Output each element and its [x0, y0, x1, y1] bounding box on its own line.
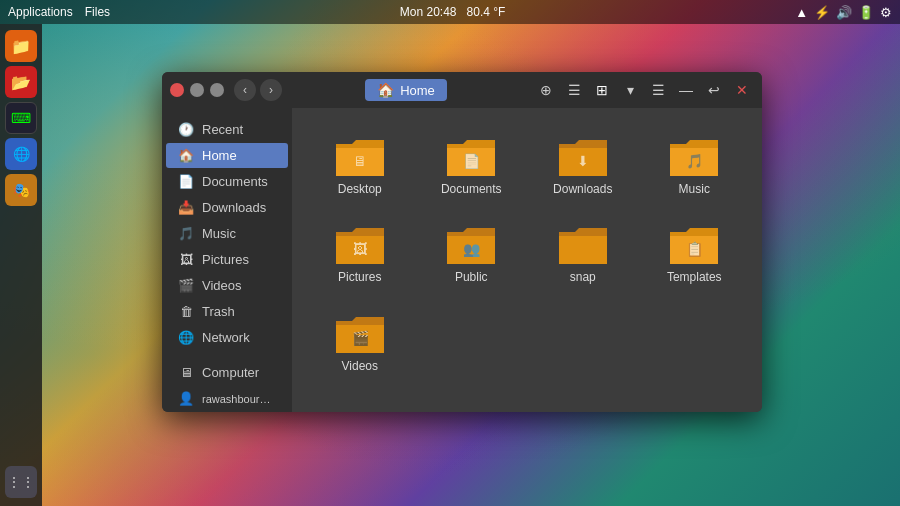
folder-videos[interactable]: 🎬 Videos [308, 301, 412, 381]
location-bar: 🏠 Home [288, 79, 524, 101]
location-pill[interactable]: 🏠 Home [365, 79, 447, 101]
svg-text:🎵: 🎵 [686, 153, 704, 170]
nav-arrows: ‹ › [234, 79, 282, 101]
files-dock-icon: 📁 [11, 37, 31, 56]
svg-text:🖼: 🖼 [353, 241, 367, 257]
sidebar-item-music[interactable]: 🎵 Music [166, 221, 288, 246]
downloads-folder-icon: ⬇ [557, 134, 609, 178]
topbar: Applications Files Mon 20:48 80.4 °F ▲ ⚡… [0, 0, 900, 24]
battery-icon[interactable]: 🔋 [858, 5, 874, 20]
window-close-button[interactable]: ✕ [730, 78, 754, 102]
folder-desktop[interactable]: 🖥 Desktop [308, 124, 412, 204]
sidebar-network-label: Network [202, 330, 250, 345]
sidebar-item-videos[interactable]: 🎬 Videos [166, 273, 288, 298]
sidebar-item-computer[interactable]: 🖥 Computer [166, 360, 288, 385]
dock-item-folder[interactable]: 📂 [5, 66, 37, 98]
recent-icon: 🕐 [178, 122, 194, 137]
terminal-dock-icon: ⌨ [11, 110, 31, 126]
maximize-button[interactable] [210, 83, 224, 97]
videos-folder-icon: 🎬 [334, 311, 386, 355]
menu-button[interactable]: ☰ [646, 78, 670, 102]
account-icon: 👤 [178, 391, 194, 406]
folder-templates[interactable]: 📋 Templates [643, 212, 747, 292]
videos-label: Videos [342, 359, 378, 373]
dock-item-app[interactable]: 🎭 [5, 174, 37, 206]
sidebar-computer-label: Computer [202, 365, 259, 380]
sidebar-item-network[interactable]: 🌐 Network [166, 325, 288, 350]
wifi-icon[interactable]: ▲ [795, 5, 808, 20]
snap-folder-icon [557, 222, 609, 266]
documents-folder-icon: 📄 [445, 134, 497, 178]
sidebar-item-pictures[interactable]: 🖼 Pictures [166, 247, 288, 272]
public-folder-icon: 👥 [445, 222, 497, 266]
svg-text:👥: 👥 [463, 241, 481, 258]
grid-view-button[interactable]: ⊞ [590, 78, 614, 102]
window-dash-button[interactable]: — [674, 78, 698, 102]
folder-music[interactable]: 🎵 Music [643, 124, 747, 204]
dock-item-files[interactable]: 📁 [5, 30, 37, 62]
computer-icon: 🖥 [178, 365, 194, 380]
folder-documents[interactable]: 📄 Documents [420, 124, 524, 204]
pictures-folder-icon: 🖼 [334, 222, 386, 266]
sidebar-item-downloads[interactable]: 📥 Downloads [166, 195, 288, 220]
sidebar-videos-label: Videos [202, 278, 242, 293]
sidebar-trash-label: Trash [202, 304, 235, 319]
sidebar-item-trash[interactable]: 🗑 Trash [166, 299, 288, 324]
sidebar-item-documents[interactable]: 📄 Documents [166, 169, 288, 194]
folder-pictures[interactable]: 🖼 Pictures [308, 212, 412, 292]
dock: 📁 📂 ⌨ 🌐 🎭 ⋮⋮ [0, 24, 42, 506]
pictures-icon: 🖼 [178, 252, 194, 267]
titlebar-actions: ⊕ ☰ ⊞ ▾ ☰ — ↩ ✕ [534, 78, 754, 102]
restore-button[interactable]: ↩ [702, 78, 726, 102]
desktop: Applications Files Mon 20:48 80.4 °F ▲ ⚡… [0, 0, 900, 506]
list-view-button[interactable]: ☰ [562, 78, 586, 102]
snap-label: snap [570, 270, 596, 284]
star-button[interactable]: ⊕ [534, 78, 558, 102]
trash-icon: 🗑 [178, 304, 194, 319]
sidebar-item-account[interactable]: 👤 rawashbourne@g... [166, 386, 288, 411]
titlebar: ‹ › 🏠 Home ⊕ ☰ ⊞ ▾ ☰ — ↩ ✕ [162, 72, 762, 108]
public-label: Public [455, 270, 488, 284]
filemanager-window: ‹ › 🏠 Home ⊕ ☰ ⊞ ▾ ☰ — ↩ ✕ [162, 72, 762, 412]
minimize-button[interactable] [190, 83, 204, 97]
bluetooth-icon[interactable]: ⚡ [814, 5, 830, 20]
folder-public[interactable]: 👥 Public [420, 212, 524, 292]
folder-downloads[interactable]: ⬇ Downloads [531, 124, 635, 204]
pictures-label: Pictures [338, 270, 381, 284]
close-button[interactable] [170, 83, 184, 97]
sidebar-pictures-label: Pictures [202, 252, 249, 267]
svg-text:🖥: 🖥 [353, 153, 367, 169]
topbar-center: Mon 20:48 80.4 °F [110, 5, 795, 19]
svg-text:📋: 📋 [686, 241, 704, 258]
sidebar-account-label: rawashbourne@g... [202, 393, 276, 405]
app-dock-icon: 🎭 [13, 182, 30, 198]
music-icon: 🎵 [178, 226, 194, 241]
forward-button[interactable]: › [260, 79, 282, 101]
sidebar-item-recent[interactable]: 🕐 Recent [166, 117, 288, 142]
documents-label: Documents [441, 182, 502, 196]
sort-dropdown-button[interactable]: ▾ [618, 78, 642, 102]
applications-menu[interactable]: Applications [8, 5, 73, 19]
files-menu[interactable]: Files [85, 5, 110, 19]
datetime-display: Mon 20:48 [400, 5, 457, 19]
sidebar-recent-label: Recent [202, 122, 243, 137]
settings-icon[interactable]: ⚙ [880, 5, 892, 20]
topbar-left: Applications Files [8, 5, 110, 19]
dock-item-terminal[interactable]: ⌨ [5, 102, 37, 134]
sidebar-downloads-label: Downloads [202, 200, 266, 215]
back-button[interactable]: ‹ [234, 79, 256, 101]
home-location-icon: 🏠 [377, 82, 394, 98]
music-label: Music [679, 182, 710, 196]
volume-icon[interactable]: 🔊 [836, 5, 852, 20]
folder-dock-icon: 📂 [11, 73, 31, 92]
folder-snap[interactable]: snap [531, 212, 635, 292]
dock-item-browser[interactable]: 🌐 [5, 138, 37, 170]
dock-grid-button[interactable]: ⋮⋮ [5, 466, 37, 498]
topbar-right: ▲ ⚡ 🔊 🔋 ⚙ [795, 5, 892, 20]
sidebar-item-home[interactable]: 🏠 Home [166, 143, 288, 168]
templates-folder-icon: 📋 [668, 222, 720, 266]
window-body: 🕐 Recent 🏠 Home 📄 Documents 📥 Downloads … [162, 108, 762, 412]
videos-icon: 🎬 [178, 278, 194, 293]
downloads-label: Downloads [553, 182, 612, 196]
music-folder-icon: 🎵 [668, 134, 720, 178]
